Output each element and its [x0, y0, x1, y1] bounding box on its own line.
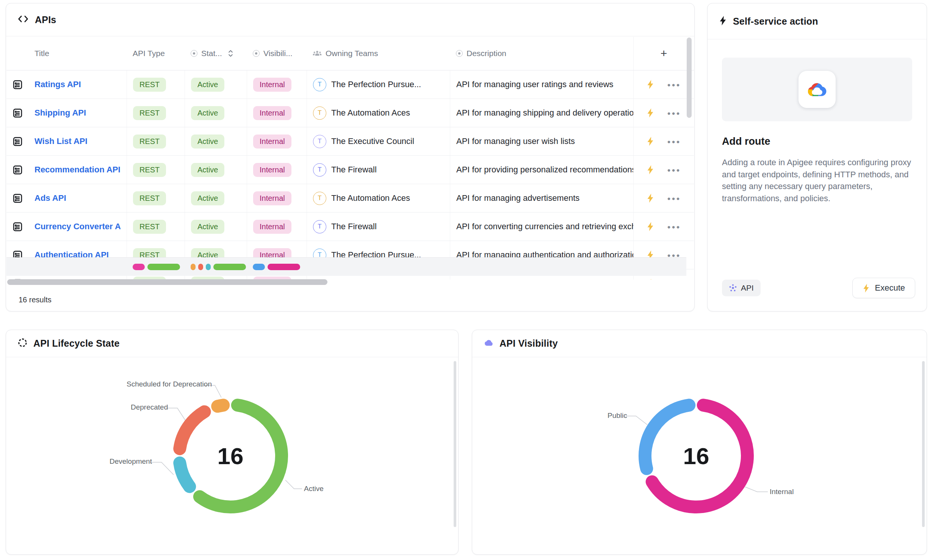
panel-scrollbar[interactable]: [922, 361, 925, 527]
row-menu-button[interactable]: ●●●: [667, 167, 681, 173]
api-title-link[interactable]: Wish List API: [34, 136, 88, 146]
distribution-pill: [253, 264, 265, 270]
visibility-badge: Internal: [253, 78, 291, 92]
api-type-distribution: [127, 258, 185, 276]
column-label: Stat...: [201, 49, 222, 58]
visibility-distribution: [247, 258, 307, 276]
team-name: The Firewall: [331, 222, 377, 232]
table-row[interactable]: Shipping APIRESTActiveInternalTThe Autom…: [6, 99, 694, 127]
api-title-link[interactable]: Ads API: [34, 193, 66, 203]
table-row[interactable]: Recommendation APIRESTActiveInternalTThe…: [6, 156, 694, 184]
run-action-button[interactable]: [647, 278, 654, 280]
table-header: Title API Type Stat... Visibili... Ownin…: [6, 37, 694, 70]
distribution-pill: [191, 264, 196, 270]
donut-segment-deprecated[interactable]: [180, 412, 204, 449]
row-menu-button[interactable]: ●●●: [667, 224, 681, 230]
column-header-api-type[interactable]: API Type: [127, 37, 185, 70]
table-row[interactable]: Currency Converter A...RESTActiveInterna…: [6, 213, 694, 241]
sort-chevrons-icon[interactable]: [228, 49, 233, 58]
column-header-title[interactable]: Title: [28, 37, 127, 70]
donut-chart: [170, 395, 291, 516]
column-header-description[interactable]: Description: [450, 37, 633, 70]
row-menu-button[interactable]: ●●●: [667, 195, 681, 202]
team-name: The Automation Aces: [331, 108, 410, 118]
vertical-scrollbar[interactable]: [687, 38, 692, 118]
api-type-badge: REST: [133, 135, 166, 149]
donut-segment-public[interactable]: [645, 405, 689, 469]
owning-team-cell: TThe Automation Aces: [307, 99, 450, 127]
api-description: API for managing advertisements: [456, 193, 579, 203]
row-menu-button[interactable]: ●●●: [667, 81, 681, 88]
team-name: The Executive Council: [331, 136, 414, 146]
table-row[interactable]: Wish List APIRESTActiveInternalTThe Exec…: [6, 127, 694, 156]
add-column-button[interactable]: +: [633, 37, 694, 70]
run-action-button[interactable]: [647, 193, 654, 203]
results-count: 16 results: [19, 296, 52, 304]
api-title-link[interactable]: Ratings API: [34, 80, 81, 89]
segment-label-active: Active: [304, 485, 324, 493]
code-brackets-icon: [17, 14, 29, 25]
owning-team-cell: TThe Executive Council: [307, 127, 450, 155]
api-type-badge: REST: [133, 220, 166, 234]
distribution-pill: [213, 264, 246, 270]
chart-body: 16 Scheduled for Deprecation Deprecated …: [6, 357, 458, 554]
team-avatar: T: [313, 135, 326, 148]
execute-label: Execute: [875, 283, 905, 293]
run-action-button[interactable]: [647, 222, 654, 232]
api-title-link[interactable]: Recommendation API: [34, 165, 121, 175]
entity-type-icon: [6, 99, 28, 127]
team-name: The Automation Aces: [331, 193, 410, 203]
column-label: Owning Teams: [326, 49, 378, 58]
api-title-link[interactable]: Shipping API: [34, 108, 86, 118]
distribution-pill: [198, 264, 203, 270]
column-label: API Type: [133, 49, 165, 58]
single-select-icon: [456, 50, 463, 57]
google-cloud-icon: [798, 71, 836, 108]
visibility-badge: Internal: [253, 220, 291, 234]
run-action-button[interactable]: [647, 80, 654, 89]
plus-icon: +: [661, 47, 667, 60]
chart-body: 16 Public Internal: [472, 357, 927, 554]
run-action-button[interactable]: [647, 165, 654, 175]
column-header-status[interactable]: Stat...: [185, 37, 247, 70]
execute-button[interactable]: Execute: [852, 278, 916, 298]
column-label: Title: [34, 49, 49, 58]
table-row[interactable]: Ratings APIRESTActiveInternalTThe Perfec…: [6, 70, 694, 99]
owning-team-cell: TThe Firewall: [307, 213, 450, 241]
donut-segment-scheduled-for-deprecation[interactable]: [218, 405, 223, 406]
lifecycle-donut: 16: [170, 395, 291, 516]
entity-type-icon: [6, 156, 28, 184]
segment-label-public: Public: [607, 411, 627, 420]
column-label: Description: [467, 49, 506, 58]
table-body: Ratings APIRESTActiveInternalTThe Perfec…: [6, 70, 694, 280]
row-menu-button[interactable]: ●●●: [667, 138, 681, 145]
column-header-owning-teams[interactable]: Owning Teams: [307, 37, 450, 70]
api-description: API for managing user ratings and review…: [456, 80, 614, 89]
self-service-action-panel: Self-service action Add route Adding a r…: [707, 3, 927, 311]
donut-segment-active[interactable]: [200, 405, 282, 507]
column-header-visibility[interactable]: Visibili...: [247, 37, 307, 70]
single-select-icon: [253, 50, 260, 57]
entity-type-icon: [6, 213, 28, 241]
panel-scrollbar[interactable]: [454, 361, 456, 527]
table-footer: 16 results: [6, 288, 694, 311]
donut-segment-development[interactable]: [180, 463, 189, 486]
api-title-link[interactable]: Currency Converter A...: [34, 222, 121, 232]
table-row[interactable]: Ads APIRESTActiveInternalTThe Automation…: [6, 184, 694, 213]
segment-label-deprecated: Deprecated: [131, 403, 168, 411]
panel-title: Self-service action: [733, 16, 818, 27]
blueprint-chip[interactable]: API: [722, 280, 761, 296]
row-menu-button[interactable]: ●●●: [667, 110, 681, 116]
run-action-button[interactable]: [647, 136, 654, 146]
horizontal-scrollbar[interactable]: [7, 279, 327, 285]
api-type-badge: REST: [133, 106, 166, 120]
action-banner: [722, 58, 912, 121]
blueprint-icon: [729, 284, 737, 292]
table-body-rows: Ratings APIRESTActiveInternalTThe Perfec…: [6, 70, 694, 280]
action-panel-header: Self-service action: [708, 3, 927, 39]
segment-label-scheduled: Scheduled for Deprecation: [127, 380, 212, 388]
visibility-badge: Internal: [253, 135, 291, 149]
visibility-badge: Internal: [253, 163, 291, 177]
team-name: The Perfection Pursue...: [331, 80, 421, 89]
run-action-button[interactable]: [647, 108, 654, 118]
